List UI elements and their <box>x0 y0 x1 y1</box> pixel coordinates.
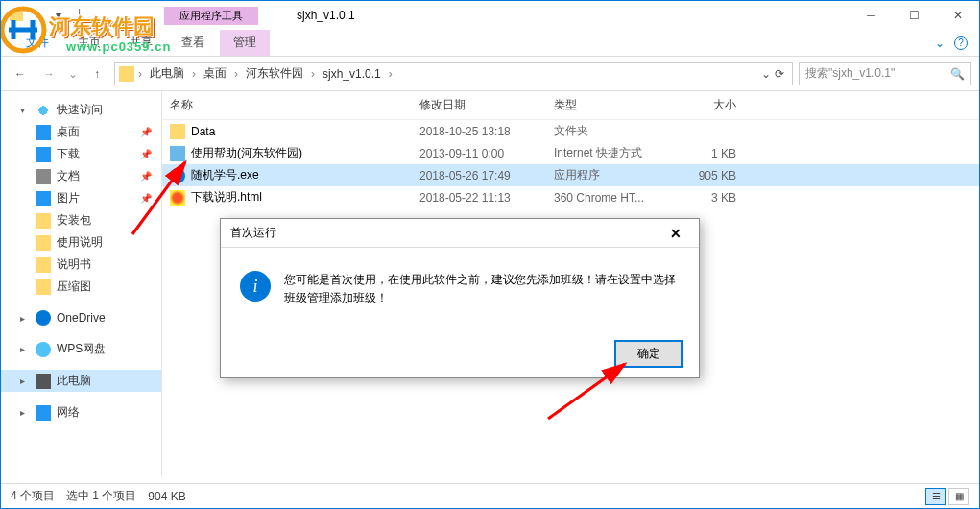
recent-dropdown[interactable]: ⌄ <box>66 62 80 85</box>
sidebar-item-label: 快速访问 <box>57 102 103 118</box>
sidebar-item-label: 下载 <box>57 146 80 162</box>
sidebar-item-快速访问[interactable]: ▾快速访问 <box>1 99 161 121</box>
sidebar-item-安装包[interactable]: 安装包 <box>1 209 161 231</box>
folder-icon <box>9 8 24 23</box>
status-size: 904 KB <box>148 490 185 503</box>
status-selected: 选中 1 个项目 <box>66 488 136 504</box>
expand-icon[interactable]: ▾ <box>20 105 30 115</box>
file-name: 下载说明.html <box>191 189 262 206</box>
tab-view[interactable]: 查看 <box>168 30 218 56</box>
ic-pic-icon <box>36 191 51 206</box>
refresh-icon[interactable]: ⟳ <box>775 67 784 81</box>
file-size: 905 KB <box>669 169 736 182</box>
icons-view-button[interactable]: ▦ <box>948 488 969 505</box>
file-icon <box>170 124 185 139</box>
column-headers[interactable]: 名称 修改日期 类型 大小 <box>162 91 979 120</box>
status-item-count: 4 个项目 <box>11 488 55 504</box>
sidebar-item-使用说明[interactable]: 使用说明 <box>1 231 161 254</box>
addr-dropdown-icon[interactable]: ⌄ <box>761 67 771 81</box>
sidebar-item-label: 文档 <box>57 168 80 184</box>
forward-button[interactable]: → <box>37 62 60 85</box>
expand-icon[interactable]: ▸ <box>20 344 30 354</box>
crumb-root[interactable]: 此电脑 <box>146 63 188 84</box>
window-controls: ─ ☐ ✕ <box>849 1 979 30</box>
dialog-titlebar[interactable]: 首次运行 ✕ <box>221 219 699 248</box>
ic-folder-icon <box>36 279 51 295</box>
sidebar-item-说明书[interactable]: 说明书 <box>1 254 161 276</box>
col-name[interactable]: 名称 <box>170 97 419 113</box>
sidebar-item-label: OneDrive <box>57 311 106 325</box>
dialog-buttons: 确定 <box>221 330 699 377</box>
ok-button[interactable]: 确定 <box>614 340 683 368</box>
ic-doc-icon <box>36 169 51 184</box>
contextual-tab-label: 应用程序工具 <box>164 7 258 25</box>
file-row[interactable]: 使用帮助(河东软件园)2013-09-11 0:00Internet 快捷方式1… <box>162 142 979 164</box>
pin-icon: 📌 <box>140 193 152 204</box>
file-date: 2018-05-22 11:13 <box>419 191 554 205</box>
file-row[interactable]: 随机学号.exe2018-05-26 17:49应用程序905 KB <box>162 164 979 186</box>
sidebar-item-压缩图[interactable]: 压缩图 <box>1 276 161 298</box>
up-button[interactable]: ↑ <box>85 62 108 85</box>
sidebar-item-OneDrive[interactable]: ▸OneDrive <box>1 307 161 328</box>
qat-dropdown-icon[interactable]: ▾ <box>51 8 66 23</box>
col-type[interactable]: 类型 <box>554 97 669 113</box>
file-date: 2018-10-25 13:18 <box>419 125 554 138</box>
file-type: 应用程序 <box>554 167 669 183</box>
svg-rect-1 <box>10 10 15 12</box>
sidebar-item-label: 使用说明 <box>57 234 103 251</box>
help-icon[interactable]: ? <box>954 36 968 50</box>
maximize-button[interactable]: ☐ <box>893 1 936 30</box>
file-icon <box>170 168 185 183</box>
tab-home[interactable]: 主页 <box>64 30 114 56</box>
sidebar-item-文档[interactable]: 文档📌 <box>1 165 161 187</box>
tab-share[interactable]: 共享 <box>116 30 166 56</box>
ic-wps-icon <box>36 342 51 357</box>
quick-access-toolbar: ▪ ▾ │ <box>1 8 87 23</box>
first-run-dialog: 首次运行 ✕ i 您可能是首次使用，在使用此软件之前，建议您先添加班级！请在设置… <box>220 218 700 378</box>
file-row[interactable]: 下载说明.html2018-05-22 11:13360 Chrome HT..… <box>162 186 979 208</box>
sidebar-item-此电脑[interactable]: ▸此电脑 <box>1 370 161 392</box>
expand-icon[interactable]: ▸ <box>20 407 30 418</box>
dialog-close-button[interactable]: ✕ <box>662 224 689 243</box>
dialog-body: i 您可能是首次使用，在使用此软件之前，建议您先添加班级！请在设置中选择班级管理… <box>221 248 699 330</box>
file-icon <box>170 146 185 161</box>
pin-icon: 📌 <box>140 171 152 182</box>
file-row[interactable]: Data2018-10-25 13:18文件夹 <box>162 120 979 142</box>
ic-onedrive-icon <box>36 310 51 326</box>
view-switcher: ☰ ▦ <box>925 488 969 505</box>
svg-rect-0 <box>10 12 23 21</box>
minimize-button[interactable]: ─ <box>849 1 893 30</box>
sidebar-item-label: 此电脑 <box>57 373 91 389</box>
status-bar: 4 个项目 选中 1 个项目 904 KB ☰ ▦ <box>1 483 979 508</box>
ribbon-tabs: 文件 主页 共享 查看 管理 ⌄ ? <box>1 30 979 57</box>
ic-desktop-icon <box>36 125 51 140</box>
ribbon-help-area: ⌄ ? <box>935 36 968 50</box>
search-input[interactable]: 搜索"sjxh_v1.0.1" 🔍 <box>799 62 971 85</box>
crumb-3[interactable]: sjxh_v1.0.1 <box>319 65 385 83</box>
details-view-button[interactable]: ☰ <box>925 488 946 505</box>
sidebar-item-网络[interactable]: ▸网络 <box>1 401 161 424</box>
sidebar-item-WPS网盘[interactable]: ▸WPS网盘 <box>1 338 161 360</box>
file-name: 使用帮助(河东软件园) <box>191 145 302 161</box>
crumb-2[interactable]: 河东软件园 <box>242 63 307 84</box>
back-button[interactable]: ← <box>9 62 32 85</box>
sidebar-item-下载[interactable]: 下载📌 <box>1 143 161 165</box>
expand-icon[interactable]: ▸ <box>20 313 30 324</box>
address-bar[interactable]: › 此电脑 › 桌面 › 河东软件园 › sjxh_v1.0.1 › ⌄ ⟳ <box>114 62 793 85</box>
window-title: sjxh_v1.0.1 <box>297 9 355 22</box>
close-button[interactable]: ✕ <box>936 1 979 30</box>
file-icon <box>170 190 185 206</box>
file-size: 3 KB <box>669 191 736 205</box>
ribbon-expand-icon[interactable]: ⌄ <box>935 36 944 50</box>
crumb-1[interactable]: 桌面 <box>200 63 230 84</box>
expand-icon[interactable]: ▸ <box>20 376 30 386</box>
file-name: 随机学号.exe <box>191 167 259 183</box>
tab-manage[interactable]: 管理 <box>220 30 270 56</box>
sidebar-item-桌面[interactable]: 桌面📌 <box>1 121 161 143</box>
col-size[interactable]: 大小 <box>669 97 736 113</box>
col-date[interactable]: 修改日期 <box>419 97 554 113</box>
properties-icon[interactable]: ▪ <box>30 8 45 23</box>
crumb-sep: › <box>138 67 142 81</box>
sidebar-item-图片[interactable]: 图片📌 <box>1 187 161 209</box>
tab-file[interactable]: 文件 <box>12 30 62 56</box>
